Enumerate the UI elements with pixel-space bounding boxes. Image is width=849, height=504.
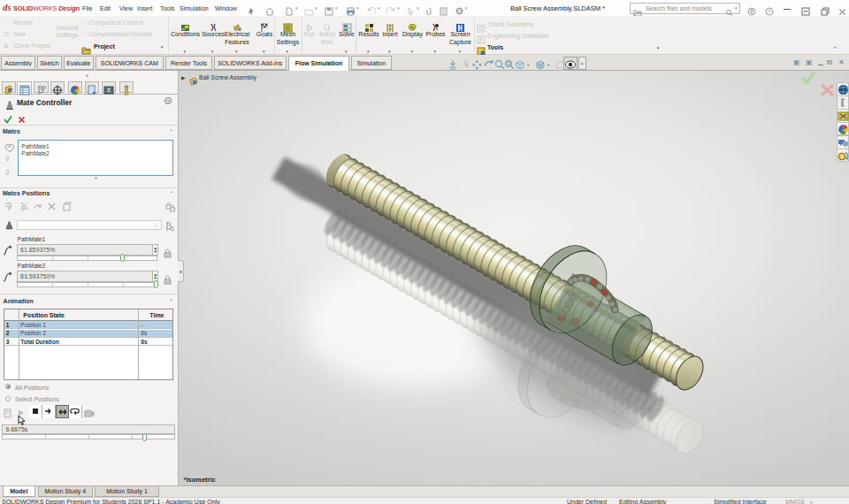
- svg-text:?: ?: [768, 9, 771, 14]
